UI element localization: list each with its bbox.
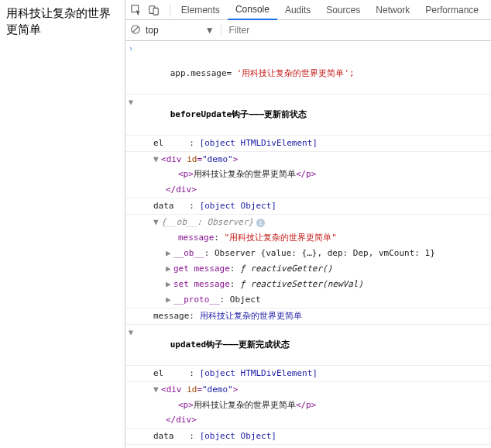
input-chevron-icon: › — [129, 43, 133, 55]
page-text: 用科技让复杂的世界更简单 — [6, 5, 118, 37]
inspect-icon[interactable] — [130, 4, 142, 16]
tab-console[interactable]: Console — [228, 0, 277, 20]
clear-console-icon[interactable] — [130, 24, 141, 37]
page-content: 用科技让复杂的世界更简单 — [0, 0, 125, 448]
context-selector[interactable]: top ▼ — [146, 25, 221, 36]
console-line: el : [object HTMLDivElement] — [125, 136, 491, 152]
console-line: data : [object Object] — [125, 429, 491, 445]
expand-icon: ▶ — [166, 294, 173, 306]
console-line[interactable]: ▶__ob__: Observer {value: {…}, dep: Dep,… — [125, 246, 491, 261]
devtools-panel: Elements Console Audits Sources Network … — [125, 0, 491, 448]
data-value: [object Object] — [200, 431, 276, 441]
data-label: data — [153, 431, 174, 441]
device-icon[interactable] — [148, 4, 160, 16]
group-title: updated钩子———更新完成状态 — [170, 339, 290, 350]
tab-audits[interactable]: Audits — [277, 1, 318, 19]
expand-icon: ▶ — [166, 247, 173, 260]
console-output[interactable]: › app.message= '用科技让复杂的世界更简单'; ▼beforeUp… — [125, 41, 491, 448]
console-group-header[interactable]: ▼beforeUpdate钩子———更新前状态 — [125, 95, 491, 136]
expand-icon: ▼ — [153, 216, 161, 229]
group-title: beforeUpdate钩子———更新前状态 — [170, 109, 307, 119]
console-line: el : [object HTMLDivElement] — [125, 366, 491, 382]
console-line: data : [object Object] — [125, 198, 491, 215]
observer-head: {__ob__: Observer} — [161, 217, 253, 227]
tab-performance[interactable]: Performance — [417, 1, 486, 19]
console-line: <p>用科技让复杂的世界更简单</p> — [125, 167, 491, 182]
svg-rect-2 — [153, 8, 158, 15]
expand-icon: ▶ — [166, 263, 173, 275]
svg-line-4 — [133, 26, 139, 32]
expand-icon: ▼ — [153, 153, 161, 166]
data-value: [object Object] — [200, 201, 276, 211]
console-line[interactable]: ▶__proto__: Object — [125, 292, 491, 308]
console-toolbar: top ▼ — [125, 20, 491, 41]
collapse-icon: ▼ — [129, 97, 133, 109]
divider — [170, 4, 170, 16]
input-expr-lhs: app.message= — [170, 68, 232, 78]
console-line[interactable]: ▼<div id="demo"> — [125, 152, 491, 167]
console-line: <p>用科技让复杂的世界更简单</p> — [125, 398, 491, 413]
data-label: data — [153, 201, 174, 211]
console-line[interactable]: ▶get message: ƒ reactiveGetter() — [125, 261, 491, 277]
expand-icon: ▼ — [153, 384, 161, 396]
chevron-down-icon: ▼ — [205, 25, 215, 36]
devtools-topbar: Elements Console Audits Sources Network … — [125, 0, 491, 20]
el-value: [object HTMLDivElement] — [200, 368, 318, 378]
tab-network[interactable]: Network — [368, 1, 417, 19]
el-label: el — [153, 138, 163, 148]
console-line: </div> — [125, 182, 491, 198]
console-line[interactable]: ▼<div id="demo"> — [125, 382, 491, 398]
console-line[interactable]: ▼{__ob__: Observer}i — [125, 445, 491, 448]
collapse-icon: ▼ — [129, 327, 133, 339]
tab-elements[interactable]: Elements — [173, 1, 228, 19]
console-line: message: "用科技让复杂的世界更简单" — [125, 230, 491, 246]
console-line: </div> — [125, 412, 491, 429]
devtools-tabs: Elements Console Audits Sources Network … — [173, 0, 486, 20]
console-line: message: 用科技让复杂的世界更简单 — [125, 308, 491, 325]
info-icon: i — [256, 219, 265, 227]
p-text: 用科技让复杂的世界更简单 — [194, 169, 296, 179]
expand-icon: ▶ — [166, 278, 173, 291]
el-label: el — [153, 368, 163, 378]
console-input-line: › app.message= '用科技让复杂的世界更简单'; — [125, 41, 491, 95]
p-text: 用科技让复杂的世界更简单 — [194, 400, 296, 410]
context-label: top — [146, 25, 159, 36]
filter-input[interactable] — [226, 23, 486, 37]
console-line[interactable]: ▼{__ob__: Observer}i — [125, 215, 491, 230]
console-line[interactable]: ▶set message: ƒ reactiveSetter(newVal) — [125, 277, 491, 292]
tab-sources[interactable]: Sources — [318, 1, 368, 19]
console-group-header[interactable]: ▼updated钩子———更新完成状态 — [125, 325, 491, 366]
input-expr-rhs: '用科技让复杂的世界更简单' — [237, 68, 349, 78]
el-value: [object HTMLDivElement] — [200, 138, 318, 148]
